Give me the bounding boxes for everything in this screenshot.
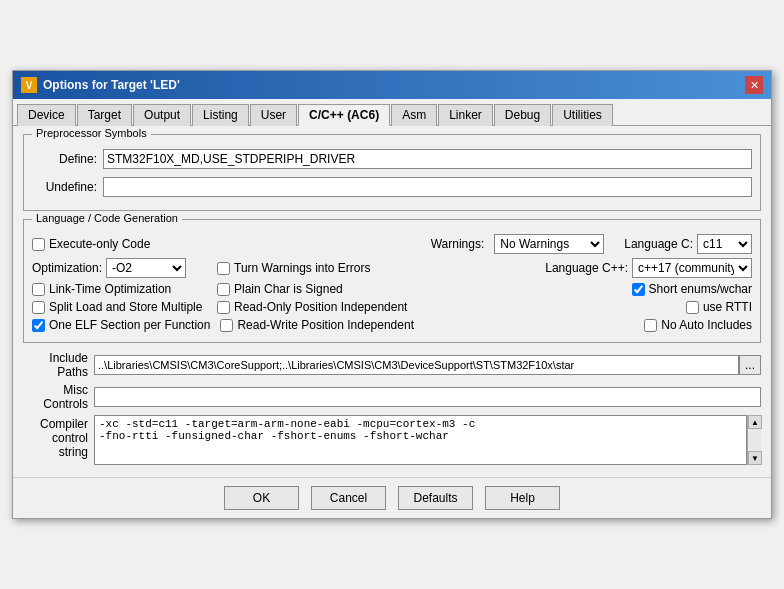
compiler-string-label: Compiler control string <box>23 415 88 459</box>
plain-char-signed-label: Plain Char is Signed <box>234 282 343 296</box>
no-auto-includes-checkbox[interactable] <box>644 319 657 332</box>
language-c-select[interactable]: c11 <box>697 234 752 254</box>
tab-output[interactable]: Output <box>133 104 191 126</box>
compiler-string-textarea[interactable]: -xc -std=c11 -target=arm-arm-none-eabi -… <box>94 415 747 465</box>
no-auto-includes-label: No Auto Includes <box>661 318 752 332</box>
app-icon: V <box>21 77 37 93</box>
undefine-label: Undefine: <box>32 180 97 194</box>
tab-listing[interactable]: Listing <box>192 104 249 126</box>
tab-user[interactable]: User <box>250 104 297 126</box>
warnings-select[interactable]: No Warnings <box>494 234 604 254</box>
define-input[interactable] <box>103 149 752 169</box>
turn-warnings-checkbox[interactable] <box>217 262 230 275</box>
misc-controls-input[interactable] <box>94 387 761 407</box>
warnings-row: Warnings: No Warnings <box>431 234 605 254</box>
turn-warnings-label: Turn Warnings into Errors <box>234 261 370 275</box>
tab-asm[interactable]: Asm <box>391 104 437 126</box>
misc-controls-label: Misc Controls <box>23 383 88 411</box>
tab-debug[interactable]: Debug <box>494 104 551 126</box>
dialog-body: Preprocessor Symbols Define: Undefine: L… <box>13 126 771 477</box>
include-paths-browse-button[interactable]: ... <box>739 355 761 375</box>
readwrite-pos-indep-label: Read-Write Position Independent <box>237 318 414 332</box>
short-enums-checkbox[interactable] <box>632 283 645 296</box>
one-elf-section-label: One ELF Section per Function <box>49 318 210 332</box>
ok-button[interactable]: OK <box>224 486 299 510</box>
tab-cpp[interactable]: C/C++ (AC6) <box>298 104 390 126</box>
define-label: Define: <box>32 152 97 166</box>
use-rtti-checkbox[interactable] <box>686 301 699 314</box>
execute-only-checkbox[interactable] <box>32 238 45 251</box>
include-paths-row: Include Paths ... <box>23 351 761 379</box>
close-button[interactable]: ✕ <box>745 76 763 94</box>
tab-target[interactable]: Target <box>77 104 132 126</box>
misc-controls-row: Misc Controls <box>23 383 761 411</box>
undefine-row: Undefine: <box>32 177 752 197</box>
language-cpp-label: Language C++: <box>545 261 628 275</box>
optimization-select[interactable]: -O2 <box>106 258 186 278</box>
split-load-store-label: Split Load and Store Multiple <box>49 300 202 314</box>
preprocessor-group-label: Preprocessor Symbols <box>32 127 151 139</box>
dialog-title: Options for Target 'LED' <box>43 78 180 92</box>
undefine-input[interactable] <box>103 177 752 197</box>
preprocessor-group: Preprocessor Symbols Define: Undefine: <box>23 134 761 211</box>
include-paths-label: Include Paths <box>23 351 88 379</box>
help-button[interactable]: Help <box>485 486 560 510</box>
scroll-down-button[interactable]: ▼ <box>748 451 762 465</box>
optimization-label: Optimization: <box>32 261 102 275</box>
language-c-label: Language C: <box>624 237 693 251</box>
define-row: Define: <box>32 149 752 169</box>
plain-char-signed-checkbox[interactable] <box>217 283 230 296</box>
warnings-label: Warnings: <box>431 237 485 251</box>
tab-device[interactable]: Device <box>17 104 76 126</box>
language-cpp-select[interactable]: c++17 (community <box>632 258 752 278</box>
language-group: Language / Code Generation Execute-only … <box>23 219 761 343</box>
link-time-opt-checkbox[interactable] <box>32 283 45 296</box>
language-group-label: Language / Code Generation <box>32 212 182 224</box>
execute-only-label[interactable]: Execute-only Code <box>32 237 150 251</box>
button-row: OK Cancel Defaults Help <box>13 477 771 518</box>
tab-linker[interactable]: Linker <box>438 104 493 126</box>
readonly-pos-indep-label: Read-Only Position Independent <box>234 300 407 314</box>
title-bar: V Options for Target 'LED' ✕ <box>13 71 771 99</box>
link-time-opt-label: Link-Time Optimization <box>49 282 171 296</box>
readwrite-pos-indep-checkbox[interactable] <box>220 319 233 332</box>
one-elf-section-checkbox[interactable] <box>32 319 45 332</box>
readonly-pos-indep-checkbox[interactable] <box>217 301 230 314</box>
include-paths-input[interactable] <box>94 355 739 375</box>
split-load-store-checkbox[interactable] <box>32 301 45 314</box>
compiler-scrollbar: ▲ ▼ <box>747 415 761 465</box>
tab-bar: Device Target Output Listing User C/C++ … <box>13 99 771 126</box>
compiler-string-row: Compiler control string -xc -std=c11 -ta… <box>23 415 761 465</box>
cancel-button[interactable]: Cancel <box>311 486 386 510</box>
title-bar-left: V Options for Target 'LED' <box>21 77 180 93</box>
scroll-up-button[interactable]: ▲ <box>748 415 762 429</box>
tab-utilities[interactable]: Utilities <box>552 104 613 126</box>
defaults-button[interactable]: Defaults <box>398 486 473 510</box>
short-enums-label: Short enums/wchar <box>649 282 752 296</box>
use-rtti-label: use RTTI <box>703 300 752 314</box>
options-dialog: V Options for Target 'LED' ✕ Device Targ… <box>12 70 772 519</box>
